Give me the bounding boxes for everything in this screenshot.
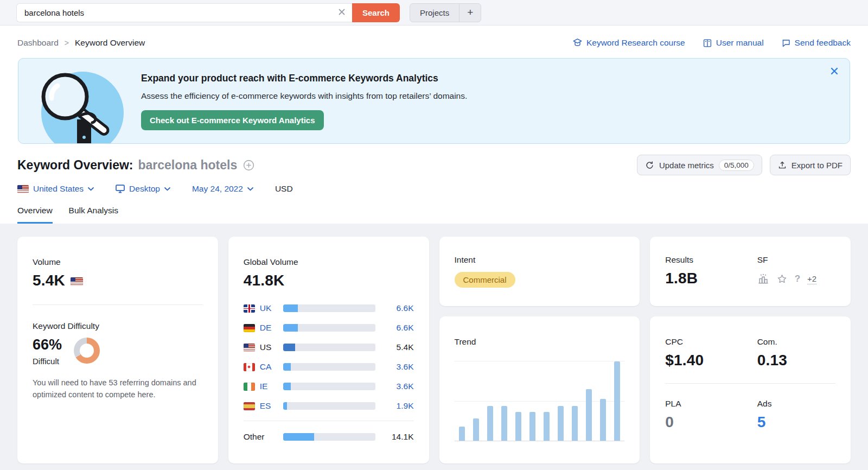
cpc-value: $1.40 — [665, 352, 757, 369]
banner-cta-button[interactable]: Check out E-commerce Keyword Analytics — [141, 110, 324, 130]
title-actions: Update metrics 0/5,000 Export to PDF — [637, 155, 851, 175]
breadcrumb-current: Keyword Overview — [75, 38, 145, 48]
trend-bar — [473, 418, 479, 441]
country-volume-value[interactable]: 6.6K — [380, 323, 414, 333]
send-feedback-link[interactable]: Send feedback — [781, 38, 851, 48]
flag-uk-icon — [244, 304, 255, 313]
pla-label: PLA — [665, 399, 757, 409]
projects-button[interactable]: Projects — [410, 4, 459, 22]
volume-bar — [283, 363, 375, 371]
export-pdf-button[interactable]: Export to PDF — [770, 155, 851, 175]
breadcrumb-separator-icon: > — [65, 39, 69, 47]
intent-badge: Commercial — [455, 272, 515, 288]
add-project-button[interactable]: + — [459, 4, 481, 22]
currency-label: USD — [275, 184, 293, 194]
promo-banner: Expand your product reach with E-commerc… — [18, 58, 850, 144]
serp-features-more[interactable]: +2 — [807, 274, 816, 284]
cards-section: Volume 5.4K Keyword Difficulty 66% Diffi… — [0, 224, 868, 470]
local-pack-icon — [757, 274, 769, 284]
keyword-difficulty-level: Difficult — [33, 357, 62, 366]
trend-bar — [529, 412, 535, 441]
trend-label: Trend — [455, 337, 625, 347]
intent-card: Intent Commercial — [439, 237, 640, 306]
country-filter[interactable]: United States — [17, 184, 94, 194]
star-icon — [776, 274, 788, 284]
country-volume-value: 5.4K — [380, 342, 414, 352]
results-value: 1.8B — [665, 270, 757, 287]
banner-subtitle: Assess the efficiency of e-commerce keyw… — [141, 91, 850, 101]
tab-overview[interactable]: Overview — [17, 206, 53, 224]
flag-us-icon — [71, 277, 83, 286]
country-code-link[interactable]: ES — [260, 401, 278, 411]
keyword-difficulty-note: You will need to have 53 referring domai… — [33, 377, 198, 401]
search-group: Search — [16, 3, 400, 22]
other-bar-fill — [283, 433, 314, 441]
device-filter-label: Desktop — [129, 184, 160, 194]
serp-features-icons: ? +2 — [757, 274, 835, 284]
update-metrics-button[interactable]: Update metrics 0/5,000 — [637, 155, 762, 175]
page-title: Keyword Overview: barcelona hotels — [17, 158, 254, 173]
header-link-label: Keyword Research course — [586, 38, 685, 48]
device-filter[interactable]: Desktop — [116, 184, 170, 194]
filter-row: United States Desktop May 24, 2022 USD — [0, 175, 868, 194]
tabs-row: Overview Bulk Analysis — [0, 194, 868, 224]
trend-bar — [600, 399, 606, 441]
trend-bar — [572, 406, 578, 441]
country-volume-value[interactable]: 6.6K — [380, 303, 414, 313]
volume-bar — [283, 433, 375, 441]
banner-body: Expand your product reach with E-commerc… — [141, 59, 850, 130]
flag-ie-icon — [244, 383, 255, 391]
search-button[interactable]: Search — [352, 3, 400, 22]
feedback-bubble-icon — [781, 39, 791, 48]
add-keyword-icon[interactable] — [243, 160, 254, 171]
update-metrics-label: Update metrics — [659, 161, 714, 170]
ads-value[interactable]: 5 — [757, 414, 835, 431]
subheader: Dashboard > Keyword Overview Keyword Res… — [0, 26, 868, 58]
flag-ca-icon — [244, 363, 255, 371]
date-filter[interactable]: May 24, 2022 — [192, 184, 253, 194]
volume-bar — [283, 304, 375, 312]
search-input[interactable] — [16, 3, 352, 22]
country-volume-value[interactable]: 1.9K — [380, 401, 414, 411]
country-code-link[interactable]: CA — [260, 362, 278, 372]
tab-bulk-analysis[interactable]: Bulk Analysis — [69, 206, 118, 224]
country-code-link: US — [260, 342, 278, 352]
page-title-keyword: barcelona hotels — [138, 158, 237, 173]
global-volume-other-row: Other 14.1K — [244, 430, 414, 444]
header-link-label: User manual — [716, 38, 764, 48]
volume-bar-fill — [283, 383, 291, 390]
difficulty-donut — [74, 338, 100, 364]
breadcrumb-dashboard[interactable]: Dashboard — [17, 38, 59, 48]
user-manual-link[interactable]: User manual — [703, 38, 764, 48]
page-title-label: Keyword Overview: — [17, 158, 133, 173]
country-volume-value[interactable]: 3.6K — [380, 362, 414, 372]
country-code-link[interactable]: DE — [260, 323, 278, 333]
keyword-research-course-link[interactable]: Keyword Research course — [572, 38, 685, 48]
export-pdf-label: Export to PDF — [792, 161, 843, 170]
divider — [665, 383, 835, 384]
trend-bar — [501, 406, 507, 441]
chevron-down-icon — [164, 187, 170, 191]
country-volume-value[interactable]: 3.6K — [380, 382, 414, 391]
trend-chart — [455, 361, 625, 441]
global-volume-rows: UK6.6KDE6.6KUS5.4KCA3.6KIE3.6KES1.9K — [244, 301, 414, 413]
trend-bar — [544, 412, 550, 441]
trend-bar — [459, 427, 465, 441]
keyword-difficulty-row: 66% Difficult — [33, 336, 203, 366]
volume-bar — [283, 344, 375, 351]
volume-bar-fill — [283, 344, 295, 351]
clear-search-icon[interactable] — [338, 8, 346, 16]
column-volume: Volume 5.4K Keyword Difficulty 66% Diffi… — [17, 237, 218, 463]
volume-bar — [283, 383, 375, 390]
global-volume-row: UK6.6K — [244, 301, 414, 315]
breadcrumb: Dashboard > Keyword Overview — [17, 38, 145, 48]
flag-es-icon — [244, 402, 255, 410]
country-code-link[interactable]: IE — [260, 382, 278, 391]
country-code-link[interactable]: UK — [260, 303, 278, 313]
volume-bar-fill — [283, 324, 298, 332]
volume-label: Volume — [33, 257, 203, 267]
banner-close-icon[interactable] — [830, 67, 839, 75]
results-card: Results 1.8B SF ? +2 — [650, 237, 851, 306]
pla-value: 0 — [665, 414, 757, 431]
title-row: Keyword Overview: barcelona hotels Updat… — [0, 144, 868, 175]
